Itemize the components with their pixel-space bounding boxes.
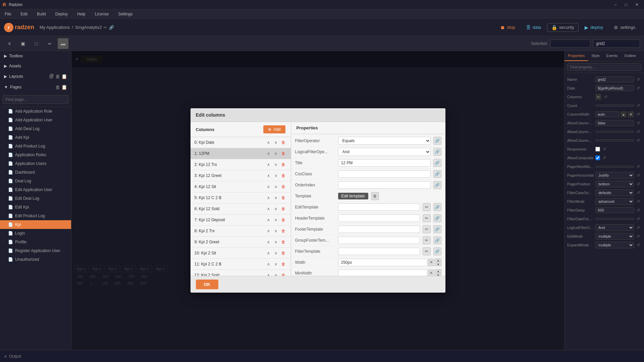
sidebar-pages-header[interactable]: ▼ Pages 🗑 📋 <box>0 82 71 93</box>
page-btn[interactable]: □ <box>31 38 42 49</box>
sidebar-item-edit-application-user[interactable]: 📄 Edit Application User <box>0 185 71 194</box>
prop-allow-col-move-reset[interactable]: ↺ <box>635 129 641 135</box>
pages-del-icon[interactable]: 🗑 <box>55 84 60 90</box>
sidebar-item-edit-kpi[interactable]: 📄 Edit Kpi <box>0 203 71 212</box>
edit-template-link-btn[interactable]: 🔗 <box>433 203 441 211</box>
menu-license[interactable]: License <box>93 11 111 17</box>
prop-pagerposition-reset[interactable]: ↺ <box>635 181 641 187</box>
col-down-btn[interactable]: ∨ <box>273 261 279 267</box>
menu-build[interactable]: Build <box>35 11 48 17</box>
property-search-input[interactable] <box>567 63 641 71</box>
prop-allow-col-pin-value[interactable] <box>595 139 634 141</box>
col-delete-btn[interactable]: 🗑 <box>280 150 287 157</box>
col-up-btn[interactable]: ∧ <box>265 228 272 234</box>
prop-filterdateformat-reset[interactable]: ↺ <box>635 216 641 222</box>
header-template-input[interactable] <box>338 215 420 222</box>
col-up-btn[interactable]: ∧ <box>265 183 272 190</box>
allow-composite-checkbox[interactable] <box>595 156 600 160</box>
filter-template-code-btn[interactable]: ✏ <box>423 247 431 255</box>
sidebar-item-add-application-role[interactable]: 📄 Add Application Role <box>0 107 71 116</box>
col-item-7[interactable]: 7: Kpi 12 Deposit ∧ ∨ 🗑 <box>191 215 291 226</box>
row-btn[interactable]: ═ <box>44 38 55 49</box>
sidebar-item-dashboard[interactable]: 📄 Dashboard <box>0 168 71 177</box>
col-delete-btn[interactable]: 🗑 <box>280 194 287 201</box>
col-down-btn[interactable]: ∨ <box>273 239 279 245</box>
col-delete-btn[interactable]: 🗑 <box>280 139 287 146</box>
maximize-btn[interactable]: □ <box>622 2 630 8</box>
col-up-btn[interactable]: ∧ <box>265 194 272 201</box>
selection-input[interactable] <box>550 40 590 48</box>
sidebar-item-register-application-user[interactable]: 📄 Register Application User <box>0 246 71 255</box>
prop-expandmode-reset[interactable]: ↺ <box>635 242 641 248</box>
pagerposition-select[interactable]: bottom top both <box>595 181 634 187</box>
col-item-6[interactable]: 6: Kpi 12 Sold ∧ ∨ 🗑 <box>191 203 291 215</box>
prop-allow-composite-reset[interactable]: ↺ <box>601 155 607 161</box>
template-delete-btn[interactable]: 🗑 <box>371 192 379 200</box>
sidebar-item-profile[interactable]: 📄 Profile <box>0 238 71 246</box>
prop-name-reset[interactable]: ↺ <box>635 76 641 82</box>
breadcrumb-home[interactable]: My Applications <box>40 25 70 30</box>
col-up-btn[interactable]: ∧ <box>265 205 272 212</box>
layouts-add-icon[interactable]: 🗐 <box>49 74 54 79</box>
prop-allow-col-pin-reset[interactable]: ↺ <box>635 137 641 143</box>
sidebar-item-deal-log[interactable]: 📄 Deal Log <box>0 177 71 185</box>
groupfooter-code-btn[interactable]: ✏ <box>423 236 431 244</box>
minwidth-input[interactable] <box>338 269 427 276</box>
col-up-btn[interactable]: ∧ <box>265 250 272 256</box>
prop-filterdateformat-value[interactable] <box>595 218 634 220</box>
minwidth-step-up[interactable]: ▲ <box>435 269 441 273</box>
sidebar-assets-header[interactable]: ▶ Assets <box>0 61 71 71</box>
sidebar-item-edit-product-log[interactable]: 📄 Edit Product Log <box>0 212 71 220</box>
menu-edit[interactable]: Edit <box>18 11 30 17</box>
security-btn[interactable]: 🔒 security <box>547 23 579 32</box>
prop-responsive-reset[interactable]: ↺ <box>601 146 607 152</box>
tab-properties[interactable]: Properties <box>565 51 588 61</box>
title-input[interactable] <box>338 159 431 167</box>
col-up-btn[interactable]: ∧ <box>265 172 272 179</box>
col-delete-btn[interactable]: 🗑 <box>280 239 287 245</box>
filter-template-link-btn[interactable]: 🔗 <box>433 247 441 255</box>
prop-data-value[interactable]: ${getKpiResult} <box>595 85 634 91</box>
footer-template-input[interactable] <box>338 226 420 233</box>
footer-template-code-btn[interactable]: ✏ <box>423 225 431 233</box>
layouts-del-icon[interactable]: 🗑 <box>55 74 60 79</box>
prop-logicalfilterope-reset[interactable]: ↺ <box>635 225 641 231</box>
grid-btn[interactable]: ▣ <box>17 38 28 49</box>
output-toggle[interactable]: ∧ Output <box>4 354 21 359</box>
prop-columns-reset[interactable]: ↺ <box>603 94 609 100</box>
logical-filter-select[interactable]: And Or <box>338 148 431 156</box>
breadcrumb-link-icon[interactable]: 🔗 <box>109 25 114 30</box>
col-item-4[interactable]: 4: Kpi 12 Sit ∧ ∨ 🗑 <box>191 181 291 192</box>
col-item-8[interactable]: 8: Kpi 2 Trx ∧ ∨ 🗑 <box>191 226 291 237</box>
minwidth-clear-btn[interactable]: ✕ <box>428 269 435 276</box>
columns-edit-btn[interactable]: ✏ <box>595 94 601 100</box>
edit-template-code-btn[interactable]: ✏ <box>423 203 431 211</box>
sidebar-item-edit-deal-log[interactable]: 📄 Edit Deal Log <box>0 194 71 203</box>
col-down-btn[interactable]: ∨ <box>273 205 279 212</box>
col-item-2[interactable]: 2: Kpi 12 Trx ∧ ∨ 🗑 <box>191 159 291 170</box>
menu-file[interactable]: File <box>3 11 13 17</box>
prop-allow-col-resize-value[interactable]: false <box>595 120 634 126</box>
width-input[interactable] <box>338 259 427 266</box>
minwidth-step-down[interactable]: ▼ <box>435 273 441 276</box>
prop-count-value[interactable] <box>595 105 634 107</box>
col-up-btn[interactable]: ∧ <box>265 150 272 157</box>
footer-template-link-btn[interactable]: 🔗 <box>433 225 441 233</box>
sidebar-item-kpi[interactable]: 📄 Kpi <box>0 220 71 229</box>
prop-filtermode-reset[interactable]: ↺ <box>635 198 641 204</box>
col-down-btn[interactable]: ∨ <box>273 183 279 190</box>
prop-filterdelay-reset[interactable]: ↺ <box>635 207 641 213</box>
header-template-link-btn[interactable]: 🔗 <box>433 214 441 222</box>
columnwidth-step-up[interactable]: ▲ <box>621 111 627 117</box>
col-down-btn[interactable]: ∨ <box>273 150 279 157</box>
col-up-btn[interactable]: ∧ <box>265 261 272 267</box>
add-column-btn[interactable]: ⊕ Add <box>263 125 285 133</box>
menu-settings[interactable]: Settings <box>116 11 135 17</box>
col-down-btn[interactable]: ∨ <box>273 250 279 256</box>
deploy-btn[interactable]: ▶ deploy <box>580 23 608 32</box>
sidebar-item-login[interactable]: 📄 Login <box>0 229 71 238</box>
col-up-btn[interactable]: ∧ <box>265 139 272 146</box>
hamburger-btn[interactable]: ≡ <box>4 38 15 49</box>
col-down-btn[interactable]: ∨ <box>273 194 279 201</box>
col-up-btn[interactable]: ∧ <box>265 272 272 276</box>
